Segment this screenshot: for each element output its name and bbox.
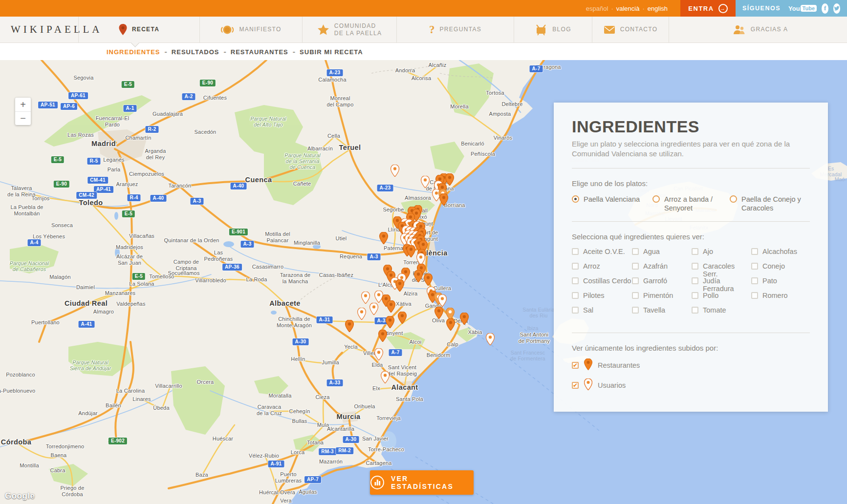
ingredient-checkbox-pilotes[interactable]: Pilotes: [572, 292, 632, 306]
recipe-marker[interactable]: [391, 165, 399, 177]
recipe-marker[interactable]: [424, 273, 433, 286]
ingredient-checkbox-garrof[interactable]: Garrofó: [632, 277, 692, 292]
ingredient-checkbox-costillas-cerdo[interactable]: Costillas Cerdo: [572, 277, 632, 292]
recipe-marker[interactable]: [421, 176, 430, 188]
twitter-icon[interactable]: [833, 3, 840, 14]
ingredient-checkbox-alcachofas[interactable]: Alcachofas: [751, 248, 810, 262]
recipe-marker[interactable]: [434, 307, 443, 319]
ingredient-checkbox-pato[interactable]: Pato: [751, 277, 810, 292]
nav-item-comunidad[interactable]: COMUNIDAD DE LA PAELLA: [302, 17, 396, 42]
recipe-marker[interactable]: [446, 318, 455, 331]
ingredient-checkbox-sal[interactable]: Sal: [572, 306, 632, 321]
ingredient-checkbox-romero[interactable]: Romero: [751, 292, 810, 306]
checkbox[interactable]: [572, 248, 579, 255]
wikipaella-logo[interactable]: WIKIPAELLA: [0, 17, 78, 42]
mail-icon: [604, 25, 615, 34]
ingredient-checkbox-agua[interactable]: Agua: [632, 248, 692, 262]
nav-item-contacto[interactable]: CONTACTO: [592, 17, 669, 42]
ingredient-checkbox-tomate[interactable]: Tomate: [692, 306, 751, 321]
ingredient-checkbox-pollo[interactable]: Pollo: [692, 292, 751, 306]
ingredient-checkbox-jud-a-ferradura[interactable]: Judía Ferradura: [692, 277, 751, 292]
recipe-marker[interactable]: [386, 316, 394, 328]
sub-nav-ingredientes[interactable]: INGREDIENTES: [107, 48, 160, 56]
login-button[interactable]: ENTRA →: [680, 0, 736, 17]
recipe-marker[interactable]: [379, 232, 388, 244]
recipe-marker[interactable]: [361, 292, 370, 304]
view-statistics-label: VER ESTADÍSTICAS: [391, 475, 474, 490]
recipe-marker[interactable]: [486, 333, 495, 345]
checkbox[interactable]: [692, 248, 698, 255]
sub-nav-restaurantes[interactable]: RESTAURANTES: [231, 48, 288, 56]
ingredient-checkbox-tavella[interactable]: Tavella: [632, 306, 692, 321]
checkbox[interactable]: [692, 277, 698, 284]
recipe-marker[interactable]: [369, 303, 378, 315]
ingredient-checkbox-azafr-n[interactable]: Azafrán: [632, 262, 692, 277]
zoom-out-button[interactable]: −: [15, 111, 31, 125]
sub-nav-resultados[interactable]: RESULTADOS: [172, 48, 219, 56]
recipe-marker[interactable]: [439, 193, 448, 206]
checkbox[interactable]: [692, 307, 698, 314]
recipe-marker[interactable]: [460, 313, 469, 325]
ingredient-checkbox-piment-n[interactable]: Pimentón: [632, 292, 692, 306]
checkbox[interactable]: [632, 263, 639, 270]
checkbox[interactable]: [572, 277, 579, 284]
ingredient-checkbox-ajo[interactable]: Ajo: [692, 248, 751, 262]
radio-circle[interactable]: [652, 195, 660, 203]
checkbox[interactable]: [572, 307, 579, 314]
recipe-marker[interactable]: [357, 308, 366, 320]
facebook-icon[interactable]: f: [822, 3, 828, 14]
recipe-marker[interactable]: [387, 300, 395, 313]
language-espa-ol[interactable]: español: [586, 5, 608, 12]
zoom-in-button[interactable]: +: [15, 98, 31, 111]
recipe-marker[interactable]: [345, 320, 354, 332]
uploader-label: Restaurantes: [598, 361, 640, 369]
checkbox[interactable]: [751, 277, 758, 284]
checkbox-checked[interactable]: ✔: [572, 362, 579, 369]
recipe-marker[interactable]: [395, 279, 404, 292]
recipe-marker[interactable]: [414, 270, 423, 282]
checkbox[interactable]: [692, 263, 698, 270]
ingredient-checkbox-caracoles-serr[interactable]: Caracoles Serr.: [692, 262, 751, 277]
nav-item-gracias-a[interactable]: GRACIAS A: [669, 17, 847, 42]
language-valenci[interactable]: valencià: [616, 5, 640, 12]
uploader-filter-restaurantes[interactable]: ✔Restaurantes: [572, 358, 810, 372]
checkbox-checked[interactable]: ✔: [572, 382, 579, 389]
radio-circle[interactable]: [572, 195, 579, 203]
checkbox[interactable]: [632, 277, 639, 284]
radio-circle[interactable]: [730, 195, 737, 203]
checkbox-label: Sal: [583, 306, 593, 314]
plate-radio-arroz-a-banda[interactable]: Arroz a banda / Senyoret: [652, 195, 730, 212]
checkbox[interactable]: [632, 307, 639, 314]
language-english[interactable]: english: [648, 5, 668, 12]
recipe-marker[interactable]: [438, 294, 447, 307]
ingredient-checkbox-arroz[interactable]: Arroz: [572, 262, 632, 277]
checkbox[interactable]: [692, 292, 698, 299]
view-statistics-button[interactable]: VER ESTADÍSTICAS: [370, 470, 474, 495]
ingredient-checkbox-conejo[interactable]: Conejo: [751, 262, 810, 277]
plate-radio-paella-de-conejo-y[interactable]: Paella de Conejo y Caracoles: [730, 195, 810, 212]
checkbox[interactable]: [751, 292, 758, 299]
checkbox[interactable]: [632, 248, 639, 255]
uploader-filter-usuarios[interactable]: ✔Usuarios: [572, 378, 810, 392]
recipe-marker[interactable]: [378, 330, 387, 342]
plate-radio-paella-valenciana[interactable]: Paella Valenciana: [572, 195, 652, 212]
checkbox[interactable]: [572, 292, 579, 299]
recipe-marker[interactable]: [381, 371, 390, 383]
nav-item-manifiesto[interactable]: MANIFIESTO: [199, 17, 302, 42]
language-switcher: español·valencià·english: [586, 0, 680, 17]
recipe-marker[interactable]: [374, 348, 383, 360]
nav-item-blog[interactable]: BLOG: [514, 17, 592, 42]
checkbox[interactable]: [572, 263, 579, 270]
checkbox[interactable]: [751, 248, 758, 255]
map-canvas[interactable]: SegoviaÁvilaLas RozasFuencarral-El Pardo…: [0, 60, 847, 504]
nav-item-receta[interactable]: RECETA: [78, 17, 199, 42]
sub-nav-subir-mi-receta[interactable]: SUBIR MI RECETA: [300, 48, 363, 56]
checkbox[interactable]: [632, 292, 639, 299]
question-icon: ?: [429, 23, 435, 36]
recipe-marker[interactable]: [398, 312, 407, 324]
ingredient-checkbox-aceite-o-v-e[interactable]: Aceite O.V.E.: [572, 248, 632, 262]
youtube-icon[interactable]: You Tube: [788, 5, 817, 12]
recipe-marker[interactable]: [407, 245, 415, 257]
checkbox[interactable]: [751, 263, 758, 270]
nav-item-preguntas[interactable]: ?PREGUNTAS: [396, 17, 514, 42]
